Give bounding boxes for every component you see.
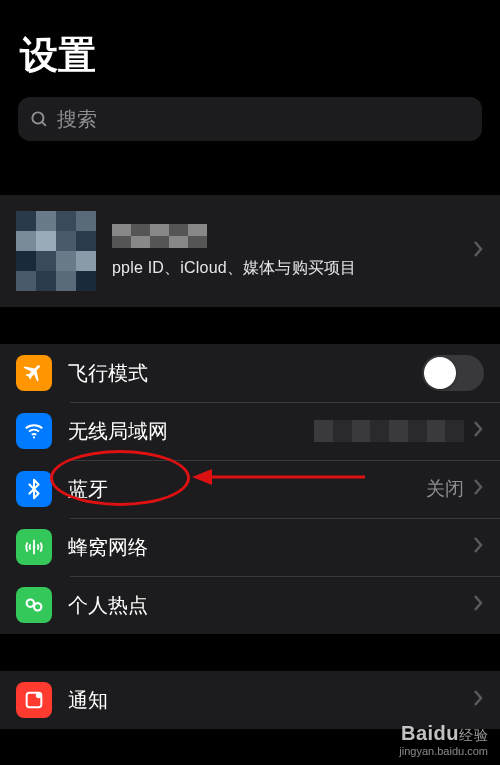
svg-point-0 [32,112,43,123]
chevron-right-icon [472,594,484,616]
svg-point-8 [36,693,42,699]
bluetooth-icon [16,471,52,507]
svg-point-6 [34,603,41,610]
wifi-icon [16,413,52,449]
hotspot-row[interactable]: 个人热点 [0,576,500,634]
svg-line-1 [42,121,46,125]
page-title: 设置 [0,0,500,97]
profile-name-blurred [112,224,207,248]
cellular-row[interactable]: 蜂窝网络 [0,518,500,576]
watermark: Baidu经验 jingyan.baidu.com [399,722,488,757]
svg-point-2 [33,436,35,438]
search-input[interactable]: 搜索 [18,97,482,141]
svg-point-5 [27,600,34,607]
row-value: 关闭 [426,476,464,502]
settings-group-notifications: 通知 [0,670,500,729]
wifi-row[interactable]: 无线局域网 [0,402,500,460]
profile-subtitle: pple ID、iCloud、媒体与购买项目 [112,258,472,279]
row-label: 蜂窝网络 [68,534,472,561]
cellular-icon [16,529,52,565]
row-label: 飞行模式 [68,360,422,387]
row-label: 无线局域网 [68,418,314,445]
hotspot-icon [16,587,52,623]
notifications-icon [16,682,52,718]
avatar [16,211,96,291]
airplane-icon [16,355,52,391]
search-icon [30,110,49,129]
airplane-mode-row[interactable]: 飞行模式 [0,344,500,402]
chevron-right-icon [472,240,484,262]
search-placeholder: 搜索 [57,106,97,133]
notifications-row[interactable]: 通知 [0,671,500,729]
chevron-right-icon [472,536,484,558]
chevron-right-icon [472,478,484,500]
chevron-right-icon [472,420,484,442]
settings-group-connectivity: 飞行模式 无线局域网 蓝牙 关闭 蜂窝网络 个人热点 [0,343,500,634]
svg-point-4 [33,546,36,549]
row-label: 个人热点 [68,592,472,619]
row-label: 通知 [68,687,472,714]
airplane-switch[interactable] [422,355,484,391]
chevron-right-icon [472,689,484,711]
bluetooth-row[interactable]: 蓝牙 关闭 [0,460,500,518]
apple-id-row[interactable]: pple ID、iCloud、媒体与购买项目 [0,195,500,307]
wifi-value-blurred [314,420,464,442]
row-label: 蓝牙 [68,476,426,503]
